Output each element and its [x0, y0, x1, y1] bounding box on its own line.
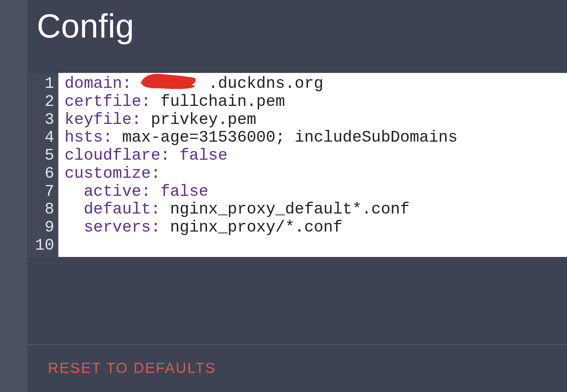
config-editor[interactable]: 12345678910 domain: .duckdns.orgcertfile…: [27, 73, 567, 257]
line-number: 8: [35, 201, 54, 219]
yaml-key: hsts: [65, 128, 103, 147]
reset-to-defaults-button[interactable]: RESET TO DEFAULTS: [48, 360, 216, 376]
code-area[interactable]: domain: .duckdns.orgcertfile: fullchain.…: [58, 73, 567, 257]
yaml-separator: :: [141, 93, 160, 111]
section-divider: [27, 344, 567, 345]
code-line[interactable]: certfile: fullchain.pem: [65, 93, 567, 111]
line-number-gutter: 12345678910: [27, 73, 58, 257]
line-number: 2: [35, 93, 54, 111]
code-line[interactable]: keyfile: privkey.pem: [65, 111, 567, 129]
line-number: 5: [35, 147, 54, 165]
yaml-separator: :: [160, 147, 180, 165]
yaml-key: servers: [65, 218, 151, 236]
line-number: 7: [35, 183, 54, 201]
yaml-value: .duckdns.org: [141, 75, 324, 93]
line-number: 6: [35, 165, 54, 183]
yaml-separator: :: [132, 111, 151, 129]
yaml-key: cloudflare: [65, 147, 160, 165]
code-line[interactable]: cloudflare: false: [65, 147, 567, 165]
yaml-separator: :: [151, 165, 160, 183]
yaml-value: fullchain.pem: [160, 93, 285, 111]
code-line[interactable]: hsts: max-age=31536000; includeSubDomain…: [65, 129, 567, 147]
code-line[interactable]: active: false: [65, 183, 567, 201]
yaml-key: domain: [65, 75, 122, 93]
yaml-key: active: [65, 183, 141, 201]
code-line[interactable]: [65, 237, 567, 255]
line-number: 1: [35, 75, 54, 93]
yaml-value: false: [160, 183, 208, 201]
yaml-separator: :: [151, 218, 170, 236]
yaml-separator: :: [141, 183, 160, 201]
yaml-separator: :: [151, 200, 170, 218]
yaml-key: certfile: [65, 93, 141, 111]
code-line[interactable]: customize:: [65, 165, 567, 183]
line-number: 3: [35, 111, 54, 129]
section-title: Config: [37, 7, 567, 45]
config-section: Config 12345678910 domain: .duckdns.orgc…: [27, 0, 567, 257]
yaml-separator: :: [122, 75, 141, 93]
line-number: 10: [35, 237, 54, 255]
yaml-key: default: [65, 200, 151, 218]
yaml-value: false: [180, 147, 227, 165]
code-line[interactable]: servers: nginx_proxy/*.conf: [65, 219, 567, 237]
yaml-key: keyfile: [65, 111, 132, 129]
yaml-separator: :: [103, 128, 122, 147]
line-number: 9: [35, 219, 54, 237]
yaml-value: nginx_proxy/*.conf: [170, 218, 343, 236]
yaml-key: customize: [65, 165, 151, 183]
line-number: 4: [35, 129, 54, 147]
yaml-value: privkey.pem: [151, 111, 256, 129]
sidebar-sliver: [0, 0, 27, 392]
code-line[interactable]: domain: .duckdns.org: [65, 75, 567, 93]
code-line[interactable]: default: nginx_proxy_default*.conf: [65, 201, 567, 219]
yaml-value: max-age=31536000; includeSubDomains: [122, 128, 458, 147]
yaml-value: nginx_proxy_default*.conf: [170, 200, 410, 218]
